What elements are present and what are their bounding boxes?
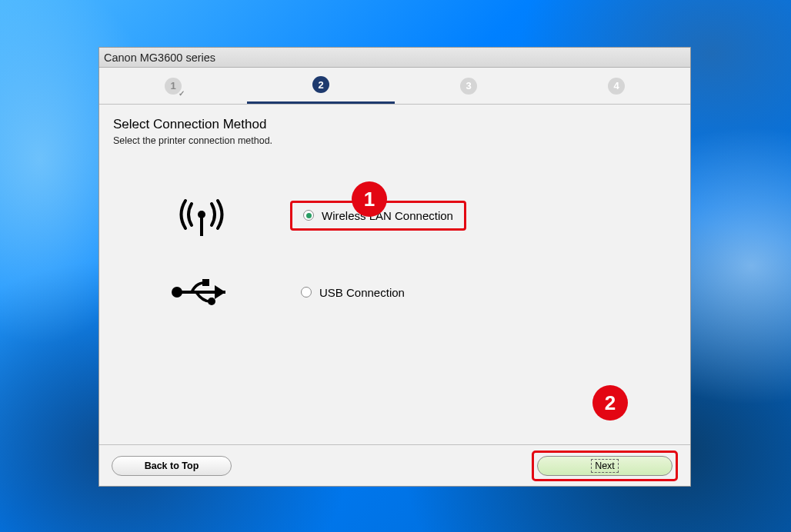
step-1-circle: 1: [165, 78, 182, 95]
step-2: 2: [247, 68, 395, 104]
next-button-highlight: Next: [532, 451, 678, 481]
step-2-circle: 2: [312, 76, 329, 93]
annotation-callout-1: 1: [352, 181, 387, 217]
step-4-circle: 4: [608, 78, 625, 95]
step-3: 3: [395, 68, 542, 104]
usb-icon: [113, 277, 290, 308]
installer-dialog: Canon MG3600 series 1 2 3 4 Select Conne…: [98, 47, 691, 487]
radio-usb[interactable]: USB Connection: [290, 280, 416, 305]
window-title: Canon MG3600 series: [104, 52, 215, 64]
wifi-icon: [113, 193, 290, 238]
window-titlebar: Canon MG3600 series: [99, 48, 690, 68]
content-heading: Select Connection Method: [113, 117, 676, 132]
step-4: 4: [542, 68, 690, 104]
step-indicator: 1 2 3 4: [99, 68, 690, 105]
content-subheading: Select the printer connection method.: [113, 135, 676, 146]
option-wireless-label: Wireless LAN Connection: [322, 209, 453, 222]
next-button[interactable]: Next: [537, 456, 673, 476]
back-to-top-button[interactable]: Back to Top: [112, 456, 232, 476]
step-3-circle: 3: [460, 78, 477, 95]
step-1: 1: [99, 68, 247, 104]
svg-rect-4: [202, 279, 209, 286]
svg-rect-1: [200, 214, 203, 236]
option-wireless: Wireless LAN Connection: [113, 192, 676, 238]
option-usb: USB Connection: [113, 269, 676, 315]
radio-icon-unselected: [301, 287, 312, 298]
radio-icon-selected: [303, 210, 314, 221]
option-usb-label: USB Connection: [319, 286, 405, 299]
dialog-footer: Back to Top Next: [99, 444, 690, 486]
svg-point-5: [208, 298, 215, 305]
annotation-callout-2: 2: [592, 385, 628, 421]
